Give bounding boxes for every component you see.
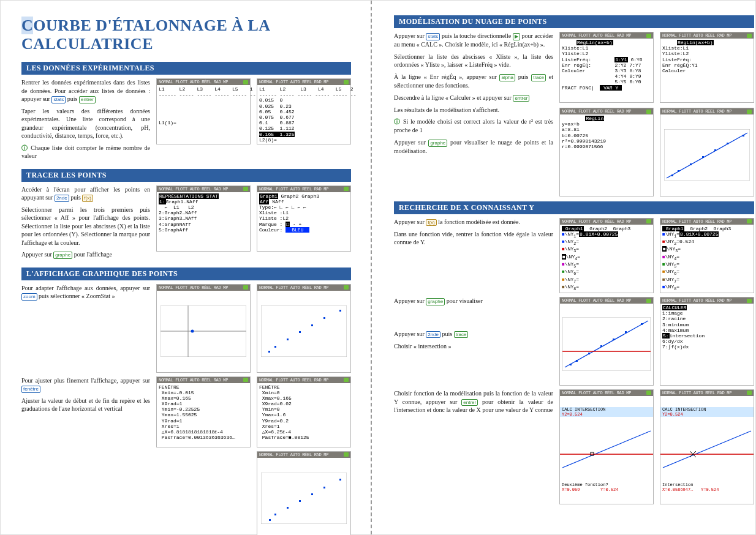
battery-icon bbox=[747, 110, 752, 114]
intersection-plot-icon bbox=[562, 317, 651, 371]
s5-text-b: Appuyer sur graphe pour visualiser Appuy… bbox=[394, 297, 553, 354]
key-trace: trace bbox=[454, 331, 469, 339]
battery-icon bbox=[747, 219, 752, 223]
svg-rect-19 bbox=[339, 479, 341, 481]
calc-screen-twoplots: NORMAL FLOTT AUTO RÉEL RAD MP bbox=[559, 297, 654, 386]
battery-icon bbox=[243, 187, 248, 191]
s3-text-a: Pour adapter l'affichage aux données, ap… bbox=[21, 284, 150, 304]
calc-screen-points-zoomstat: NORMAL FLOTT AUTO RÉEL RAD MP bbox=[257, 284, 351, 373]
svg-rect-7 bbox=[287, 339, 289, 340]
key-fx: f(x) bbox=[426, 219, 437, 226]
svg-rect-5 bbox=[268, 351, 270, 353]
battery-icon bbox=[646, 299, 651, 303]
calc-screen-reglin-graph: NORMAL FLOTT AUTO RÉEL RAD MP bbox=[660, 108, 754, 196]
key-2nde: 2nde bbox=[426, 331, 440, 339]
scatter-plot-icon bbox=[261, 305, 347, 357]
svg-rect-14 bbox=[274, 514, 276, 515]
svg-rect-10 bbox=[323, 317, 325, 319]
key-trace: trace bbox=[531, 74, 546, 81]
heading-s1: LES DONNÉES EXPÉRIMENTALES bbox=[21, 62, 351, 75]
plot-axes-icon bbox=[161, 305, 246, 357]
svg-rect-6 bbox=[274, 346, 276, 348]
svg-rect-13 bbox=[269, 519, 271, 521]
calc-screen-reglin-setup1: NORMAL FLOTT AUTO RÉEL RAD MP RégLin(ax+… bbox=[559, 32, 654, 103]
heading-s4: MODÉLISATION DU NUAGE DE POINTS bbox=[394, 15, 754, 28]
calc-screen-window2: NORMAL FLOTT AUTO RÉEL RAD MP FENÊTRE Xm… bbox=[257, 376, 351, 447]
s2-text: Accéder à l'écran pour afficher les poin… bbox=[21, 185, 150, 263]
key-graphe: graphe bbox=[426, 298, 445, 305]
battery-icon bbox=[243, 378, 248, 382]
intersection-plot-icon bbox=[560, 428, 653, 471]
page-right: MODÉLISATION DU NUAGE DE POINTS Appuyer … bbox=[373, 1, 756, 534]
battery-icon bbox=[646, 110, 651, 114]
battery-icon bbox=[646, 34, 651, 38]
svg-rect-26 bbox=[714, 149, 716, 151]
battery-icon bbox=[344, 80, 349, 84]
key-right: ▶ bbox=[513, 33, 520, 40]
svg-rect-11 bbox=[339, 310, 341, 312]
page-gutter bbox=[371, 1, 372, 534]
intersection-plot-icon bbox=[660, 428, 754, 471]
heading-s2: TRACER LES POINTS bbox=[21, 169, 351, 182]
svg-rect-22 bbox=[671, 174, 673, 176]
calc-screen-intersection-q: NORMAL FLOTT AUTO RÉEL RAD MP CALC INTER… bbox=[559, 389, 654, 504]
heading-s5: RECHERCHE DE X CONNAISSANT Y bbox=[394, 201, 754, 214]
svg-rect-25 bbox=[702, 156, 704, 158]
svg-rect-8 bbox=[299, 331, 301, 333]
calc-screen-statplot-list: NORMAL FLOTT AUTO RÉEL RAD MP REPRÉSENTA… bbox=[156, 185, 251, 252]
calc-screen-reglin-result: NORMAL FLOTT AUTO RÉEL RAD MP RégLin y=a… bbox=[559, 108, 654, 196]
battery-icon bbox=[646, 391, 651, 395]
battery-icon bbox=[243, 285, 248, 290]
calc-screen-window1: NORMAL FLOTT AUTO RÉEL RAD MP FENÊTRE Xm… bbox=[156, 376, 251, 447]
svg-rect-43 bbox=[660, 428, 754, 471]
calc-screen-axes-default: NORMAL FLOTT AUTO RÉEL RAD MP bbox=[156, 284, 251, 373]
battery-icon bbox=[344, 187, 349, 191]
svg-rect-9 bbox=[311, 324, 313, 326]
key-stats: stats bbox=[51, 96, 66, 103]
battery-icon bbox=[243, 80, 248, 84]
key-zoom: zoom bbox=[21, 293, 37, 301]
svg-rect-15 bbox=[287, 507, 289, 509]
key-stats: stats bbox=[426, 33, 440, 40]
calc-screen-list-filled: NORMAL FLOTT AUTO RÉEL RAD MP L1 L2 L3 L… bbox=[257, 78, 351, 144]
battery-icon bbox=[344, 285, 349, 290]
svg-rect-23 bbox=[678, 170, 679, 172]
battery-icon bbox=[747, 391, 752, 395]
svg-rect-39 bbox=[560, 428, 653, 471]
calc-screen-calcmenu: NORMAL FLOTT AUTO RÉEL RAD MP CALCULER 1… bbox=[660, 297, 754, 386]
line-fit-plot-icon bbox=[664, 129, 750, 181]
doc-title: CCOURBE D'ÉTALONNAGE À LA CALCULATRICEOU… bbox=[21, 17, 351, 53]
page-left: CCOURBE D'ÉTALONNAGE À LA CALCULATRICEOU… bbox=[1, 1, 369, 534]
s5-text-c: Choisir fonction de la modélisation puis… bbox=[394, 389, 553, 418]
calc-screen-intersection-r: NORMAL FLOTT AUTO RÉEL RAD MP CALC INTER… bbox=[660, 389, 754, 504]
s5-text-a: Appuyer sur f(x) la fonction modélisée e… bbox=[394, 218, 553, 250]
calc-screen-points-adjusted: NORMAL FLOTT AUTO RÉEL RAD MP bbox=[257, 451, 351, 535]
key-entrer: entrer bbox=[513, 95, 529, 102]
key-alpha: alpha bbox=[499, 74, 515, 81]
svg-rect-32 bbox=[570, 364, 572, 365]
svg-rect-24 bbox=[690, 163, 692, 165]
key-graphe: graphe bbox=[428, 140, 447, 147]
svg-rect-37 bbox=[625, 331, 627, 333]
battery-icon bbox=[646, 219, 651, 223]
battery-icon bbox=[344, 452, 349, 457]
calc-screen-yeditor-1: NORMAL FLOTT AUTO RÉEL RAD MP Graph1 Gra… bbox=[559, 218, 654, 293]
battery-icon bbox=[747, 299, 752, 303]
svg-rect-16 bbox=[299, 500, 301, 502]
svg-rect-33 bbox=[576, 360, 578, 362]
svg-rect-20 bbox=[664, 129, 750, 181]
s1-text: Rentrer les données expérimentales dans … bbox=[21, 78, 150, 164]
key-entrer: entrer bbox=[461, 399, 478, 406]
key-fenetre: fenêtre bbox=[21, 386, 40, 393]
key-2nde: 2nde bbox=[55, 195, 69, 202]
svg-rect-35 bbox=[600, 345, 602, 347]
calc-screen-statplot-config: NORMAL FLOTT AUTO RÉEL RAD MP Graph1 Gra… bbox=[257, 185, 351, 252]
heading-s3: L'AFFICHAGE GRAPHIQUE DES POINTS bbox=[21, 268, 351, 280]
key-entrer: entrer bbox=[79, 96, 96, 103]
svg-rect-28 bbox=[743, 135, 744, 137]
svg-rect-38 bbox=[641, 323, 643, 325]
calc-screen-yeditor-2: NORMAL FLOTT AUTO RÉEL RAD MP Graph1 Gra… bbox=[660, 218, 754, 293]
key-graphe: graphe bbox=[53, 252, 72, 259]
svg-rect-17 bbox=[311, 493, 313, 495]
svg-rect-4 bbox=[261, 305, 347, 357]
